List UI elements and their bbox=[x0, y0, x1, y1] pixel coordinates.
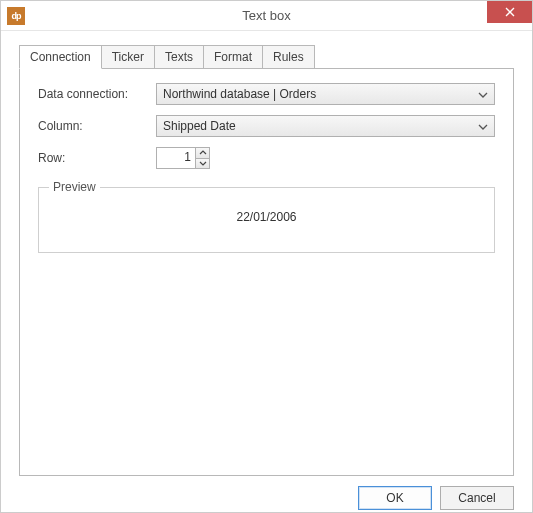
label-column: Column: bbox=[38, 119, 156, 133]
preview-legend: Preview bbox=[49, 180, 100, 194]
tab-rules[interactable]: Rules bbox=[262, 45, 315, 69]
label-row: Row: bbox=[38, 151, 156, 165]
tab-texts[interactable]: Texts bbox=[154, 45, 204, 69]
close-icon bbox=[505, 7, 515, 17]
combo-column-value: Shipped Date bbox=[163, 119, 236, 133]
spinner-row[interactable]: 1 bbox=[156, 147, 210, 169]
app-icon: dp bbox=[7, 7, 25, 25]
spinner-row-down[interactable] bbox=[196, 159, 209, 169]
spinner-row-up[interactable] bbox=[196, 148, 209, 159]
combo-data-connection[interactable]: Northwind database | Orders bbox=[156, 83, 495, 105]
tab-panel-connection: Data connection: Northwind database | Or… bbox=[19, 68, 514, 476]
spinner-row-value: 1 bbox=[157, 148, 195, 168]
preview-group: Preview 22/01/2006 bbox=[38, 187, 495, 253]
label-data-connection: Data connection: bbox=[38, 87, 156, 101]
tab-format[interactable]: Format bbox=[203, 45, 263, 69]
chevron-up-icon bbox=[199, 150, 207, 155]
cancel-button[interactable]: Cancel bbox=[440, 486, 514, 510]
spinner-row-buttons bbox=[195, 148, 209, 168]
tab-connection[interactable]: Connection bbox=[19, 45, 102, 69]
row-column: Column: Shipped Date bbox=[38, 115, 495, 137]
dialog-content: Connection Ticker Texts Format Rules Dat… bbox=[1, 31, 532, 513]
preview-value: 22/01/2006 bbox=[49, 206, 484, 224]
row-row: Row: 1 bbox=[38, 147, 495, 169]
combo-data-connection-value: Northwind database | Orders bbox=[163, 87, 316, 101]
chevron-down-icon bbox=[478, 92, 488, 98]
close-button[interactable] bbox=[487, 1, 532, 23]
row-data-connection: Data connection: Northwind database | Or… bbox=[38, 83, 495, 105]
tab-ticker[interactable]: Ticker bbox=[101, 45, 155, 69]
chevron-down-icon bbox=[199, 161, 207, 166]
combo-column[interactable]: Shipped Date bbox=[156, 115, 495, 137]
tab-strip: Connection Ticker Texts Format Rules bbox=[19, 45, 514, 69]
ok-button[interactable]: OK bbox=[358, 486, 432, 510]
dialog-buttons: OK Cancel bbox=[19, 486, 514, 510]
window-title: Text box bbox=[1, 8, 532, 23]
chevron-down-icon bbox=[478, 124, 488, 130]
titlebar: dp Text box bbox=[1, 1, 532, 31]
